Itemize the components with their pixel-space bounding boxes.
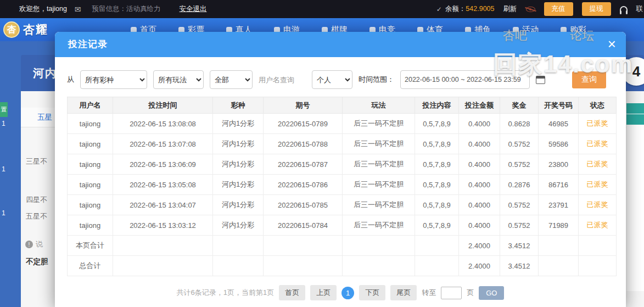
table-cell: 河内1分彩 <box>213 215 264 236</box>
close-icon[interactable]: × <box>608 35 616 53</box>
time-range-input[interactable] <box>400 70 530 89</box>
table-header-cell: 玩法 <box>343 97 415 114</box>
envelope-icon[interactable]: ✉ <box>75 5 81 14</box>
table-cell <box>113 256 213 276</box>
goto-label: 转至 <box>422 288 436 298</box>
welcome-text: 欢迎您，tajiong <box>19 4 67 14</box>
topbar-right: ✓ 余额：542.9005 刷新 充值 提现 联 <box>436 2 644 16</box>
table-cell: 2022-06-15 13:04:07 <box>113 195 213 215</box>
table-cell <box>539 236 579 256</box>
side-button[interactable] <box>626 114 644 125</box>
logout-link[interactable]: 安全退出 <box>180 4 207 14</box>
table-cell: 2022-06-15 13:03:12 <box>113 215 213 236</box>
table-cell: 0,5,7,8,9 <box>415 134 459 154</box>
balance: 余额：542.9005 <box>445 4 495 14</box>
table-cell: 86716 <box>539 175 579 195</box>
withdraw-button[interactable]: 提现 <box>582 2 611 16</box>
table-cell: 3.4512 <box>500 236 539 256</box>
bet-records-modal: 投注记录 × 从 所有彩种 所有玩法 全部 个人 时间范围： 查询 <box>55 32 626 307</box>
play-type-label: 不定胆 <box>26 257 48 267</box>
table-row: tajiong2022-06-15 13:03:12河内1分彩20220615-… <box>68 215 617 236</box>
current-page-indicator[interactable]: 1 <box>341 287 354 299</box>
table-cell: 后三一码不定胆 <box>343 154 415 175</box>
table-cell: 0.5752 <box>500 215 539 236</box>
note-label: 说 <box>36 239 43 249</box>
table-header-cell: 期号 <box>264 97 343 114</box>
status-select[interactable]: 全部 <box>210 70 253 89</box>
from-label: 从 <box>67 75 74 85</box>
prev-page-button[interactable]: 上页 <box>310 285 337 300</box>
username-input[interactable] <box>259 71 306 88</box>
logo[interactable]: 杏 杏耀 <box>3 21 48 38</box>
edge-marker: 1 <box>2 165 5 173</box>
table-row: tajiong2022-06-15 13:05:08河内1分彩20220615-… <box>68 175 617 195</box>
table-cell: 河内1分彩 <box>213 114 264 134</box>
table-row: tajiong2022-06-15 13:04:07河内1分彩20220615-… <box>68 195 617 215</box>
table-cell: 0,5,7,8,9 <box>415 154 459 175</box>
table-cell: 本页合计 <box>68 236 113 256</box>
scope-select[interactable]: 个人 <box>312 70 352 89</box>
table-cell: 0.5752 <box>500 195 539 215</box>
service-label[interactable]: 联 <box>636 4 643 14</box>
last-page-button[interactable]: 尾页 <box>390 285 417 300</box>
tab-five-star[interactable]: 五星 <box>37 113 52 122</box>
eye-slash-icon[interactable] <box>526 7 535 12</box>
table-cell: 20220615-0785 <box>264 195 343 215</box>
search-button[interactable]: 查询 <box>572 71 606 88</box>
table-cell: 河内1分彩 <box>213 195 264 215</box>
table-cell <box>113 236 213 256</box>
table-cell: 2.4000 <box>459 236 500 256</box>
next-page-button[interactable]: 下页 <box>359 285 385 300</box>
table-cell <box>213 256 264 276</box>
table-cell <box>264 236 343 256</box>
side-button[interactable] <box>626 103 644 114</box>
recharge-button[interactable]: 充值 <box>544 2 573 16</box>
table-cell: 后三一码不定胆 <box>343 114 415 134</box>
table-cell <box>343 236 415 256</box>
left-menu-item[interactable]: 五星不 <box>26 211 47 221</box>
time-range-label: 时间范围： <box>359 75 394 85</box>
lottery-type-select[interactable]: 所有彩种 <box>80 70 147 89</box>
edge-badge[interactable]: 置 <box>0 102 8 117</box>
table-cell: tajiong <box>68 134 113 154</box>
table-cell: 0,5,7,8,9 <box>415 114 459 134</box>
table-header-cell: 开奖号码 <box>539 97 579 114</box>
brand-logo-icon: 杏 <box>3 21 20 38</box>
first-page-button[interactable]: 首页 <box>279 285 305 300</box>
check-icon: ✓ <box>436 5 442 13</box>
table-cell: 2022-06-15 13:07:08 <box>113 134 213 154</box>
table-cell: 0.4000 <box>459 154 500 175</box>
right-panel-edge <box>626 125 644 291</box>
left-menu-item[interactable]: 四星不 <box>26 195 47 205</box>
page-unit-label: 页 <box>467 288 474 298</box>
table-cell <box>343 256 415 276</box>
filter-bar: 从 所有彩种 所有玩法 全部 个人 时间范围： 查询 <box>67 70 614 89</box>
headset-icon[interactable] <box>620 6 628 12</box>
table-cell: 已派奖 <box>579 114 617 134</box>
goto-page-input[interactable] <box>441 287 462 299</box>
reserved-notice: 预留信息：活动真给力 <box>92 4 161 14</box>
table-cell <box>539 256 579 276</box>
calendar-icon[interactable] <box>536 76 545 84</box>
pagination-summary: 共计6条记录，1页，当前第1页 <box>177 288 275 298</box>
table-header-cell: 奖金 <box>500 97 539 114</box>
summary-row: 总合计2.40003.4512 <box>68 256 617 276</box>
play-type-select[interactable]: 所有玩法 <box>153 70 204 89</box>
table-cell: tajiong <box>68 175 113 195</box>
pagination: 共计6条记录，1页，当前第1页 首页 上页 1 下页 尾页 转至 页 GO <box>67 285 614 300</box>
balance-label: 余额： <box>445 5 466 13</box>
table-cell: 总合计 <box>68 256 113 276</box>
game-title: 河内 <box>33 66 57 81</box>
table-cell: 23800 <box>539 154 579 175</box>
table-cell: 已派奖 <box>579 154 617 175</box>
refresh-link[interactable]: 刷新 <box>503 4 517 14</box>
table-header-cell: 投注时间 <box>113 97 213 114</box>
balance-value: 542.9005 <box>466 5 494 13</box>
table-cell: 2022-06-15 13:06:09 <box>113 154 213 175</box>
left-menu-item[interactable]: 三星不 <box>26 157 47 166</box>
go-button[interactable]: GO <box>479 286 504 300</box>
table-cell: 2022-06-15 13:08:08 <box>113 114 213 134</box>
table-cell <box>415 236 459 256</box>
table-cell: 20220615-0784 <box>264 215 343 236</box>
table-cell: 0,5,7,8,9 <box>415 215 459 236</box>
